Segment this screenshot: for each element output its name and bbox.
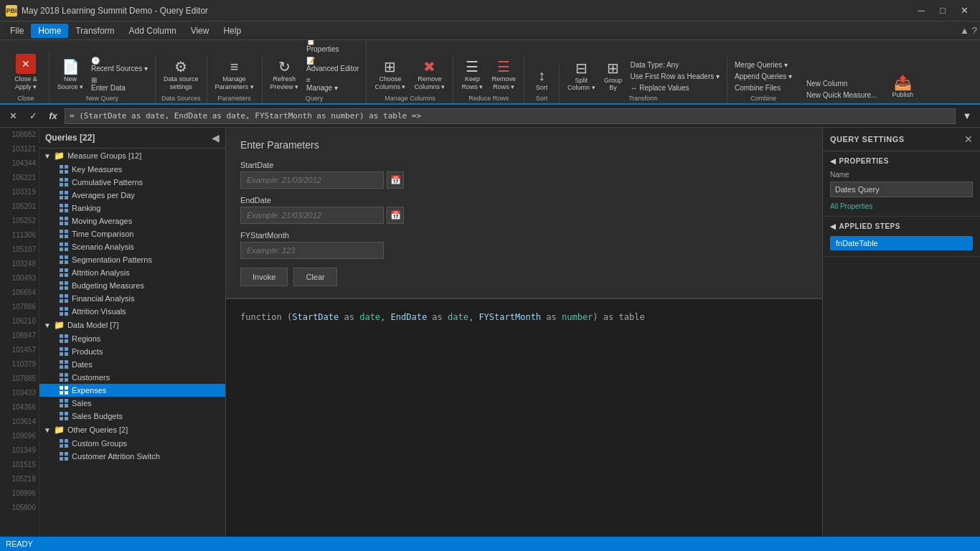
sidebar-item-dates[interactable]: Dates (39, 358, 225, 371)
query-settings-panel: QUERY SETTINGS ✕ ◀ PROPERTIES Name All P… (822, 128, 980, 537)
formula-input[interactable] (65, 108, 956, 124)
append-queries-button[interactable]: Append Queries ▾ (732, 71, 795, 82)
tree-group-other-queries-header[interactable]: ▼ 📁 Other Queries [2] (39, 423, 225, 437)
split-column-button[interactable]: ⊟ SplitColumn ▾ (564, 57, 599, 93)
sidebar-item-cumulative-patterns[interactable]: Cumulative Patterns (39, 176, 225, 189)
new-quick-measure-label: New Quick Measure... (806, 91, 877, 99)
sidebar-item-attrition-visuals[interactable]: Attrition Visuals (39, 305, 225, 318)
tree-group-data-model-header[interactable]: ▼ 📁 Data Model [7] (39, 318, 225, 332)
replace-values-button[interactable]: ↔ Replace Values (628, 83, 722, 93)
manage-parameters-label: ManageParameters ▾ (215, 75, 254, 91)
menu-view[interactable]: View (184, 24, 217, 38)
formula-fx-button[interactable]: fx (44, 108, 62, 124)
status-bar: READY (0, 537, 980, 551)
sidebar-item-customer-attrition-switch[interactable]: Customer Attrition Switch (39, 450, 225, 463)
sidebar-item-regions[interactable]: Regions (39, 332, 225, 345)
fy-start-month-input[interactable] (240, 242, 384, 259)
sidebar-item-custom-groups[interactable]: Custom Groups (39, 437, 225, 450)
menu-help[interactable]: Help (216, 24, 248, 38)
new-column-label: New Column (806, 80, 847, 88)
new-quick-measure-button[interactable]: New Quick Measure... (804, 90, 880, 100)
formula-cancel-button[interactable]: ✕ (4, 108, 22, 124)
sidebar-item-sales-budgets[interactable]: Sales Budgets (39, 410, 225, 423)
attrition-analysis-grid-icon (60, 268, 68, 277)
applied-step-fn-date-table[interactable]: fnDateTable (830, 236, 973, 250)
end-date-input[interactable] (240, 207, 384, 224)
remove-rows-button[interactable]: ☰ RemoveRows ▾ (488, 56, 519, 93)
tree-group-measure-groups-header[interactable]: ▼ 📁 Measure Groups [12] (39, 149, 225, 163)
sidebar-item-key-measures[interactable]: Key Measures (39, 163, 225, 176)
use-first-row-button[interactable]: Use First Row as Headers ▾ (628, 71, 722, 82)
param-panel: Enter Parameters StartDate 📅 EndDate 📅 F… (226, 128, 822, 298)
sidebar-item-ranking[interactable]: Ranking (39, 202, 225, 215)
data-source-settings-button[interactable]: ⚙ Data sourcesettings (160, 56, 202, 93)
recent-sources-icon: 🕐 (91, 57, 100, 65)
sidebar-item-attrition-analysis[interactable]: Attrition Analysis (39, 266, 225, 279)
group-by-icon: ⊞ (605, 60, 622, 77)
menu-home[interactable]: Home (31, 24, 68, 38)
param-field-fy-start-month: FYStartMonth (240, 231, 808, 259)
sidebar-item-moving-averages[interactable]: Moving Averages (39, 215, 225, 227)
data-source-settings-icon: ⚙ (172, 58, 189, 75)
end-date-calendar-button[interactable]: 📅 (387, 207, 404, 224)
all-properties-link[interactable]: All Properties (830, 202, 872, 210)
remove-columns-button[interactable]: ✖ RemoveColumns ▾ (410, 56, 448, 93)
enter-data-button[interactable]: ⊞ Enter Data (88, 75, 151, 93)
segmentation-patterns-grid-icon (60, 255, 68, 264)
minimize-button[interactable]: ─ (911, 3, 931, 19)
data-type-button[interactable]: Data Type: Any (628, 60, 722, 70)
new-source-button[interactable]: 📄 NewSource ▾ (54, 56, 87, 93)
refresh-preview-button[interactable]: ↻ RefreshPreview ▾ (267, 56, 303, 93)
menu-file[interactable]: File (3, 24, 31, 38)
close-button[interactable]: ✕ (954, 3, 974, 19)
sidebar-item-time-comparison[interactable]: Time Comparison (39, 227, 225, 240)
group-by-button[interactable]: ⊞ GroupBy (600, 57, 626, 93)
sidebar-item-products[interactable]: Products (39, 345, 225, 358)
manage-button[interactable]: ≡ Manage ▾ (303, 75, 362, 93)
other-queries-chevron-icon: ▼ (44, 426, 51, 434)
ribbon-collapse-btn[interactable]: ▲ (960, 25, 969, 36)
maximize-button[interactable]: □ (933, 3, 953, 19)
manage-label: Manage ▾ (306, 84, 338, 92)
merge-queries-button[interactable]: Merge Queries ▾ (732, 60, 795, 70)
param-field-start-date: StartDate 📅 (240, 161, 808, 189)
keep-rows-button[interactable]: ☰ KeepRows ▾ (458, 56, 486, 93)
sidebar-item-customers[interactable]: Customers (39, 371, 225, 384)
sales-grid-icon (60, 399, 68, 408)
properties-label: Properties (306, 45, 339, 53)
menu-transform[interactable]: Transform (68, 24, 121, 38)
attrition-visuals-grid-icon (60, 307, 68, 316)
sidebar-item-financial-analysis[interactable]: Financial Analysis (39, 292, 225, 305)
sort-button[interactable]: ↕ Sort (529, 65, 555, 93)
invoke-button[interactable]: Invoke (240, 268, 288, 286)
budgeting-measures-grid-icon (60, 281, 68, 290)
query-settings-close-button[interactable]: ✕ (964, 133, 973, 145)
sidebar-item-scenario-analysis[interactable]: Scenario Analysis (39, 240, 225, 253)
sidebar-item-expenses[interactable]: Expenses (39, 384, 225, 397)
manage-parameters-button[interactable]: ≡ ManageParameters ▾ (212, 56, 258, 93)
sidebar-item-sales[interactable]: Sales (39, 397, 225, 410)
sidebar-item-segmentation-patterns[interactable]: Segmentation Patterns (39, 253, 225, 266)
clear-button[interactable]: Clear (293, 268, 336, 286)
properties-button[interactable]: 📋 Properties (303, 40, 362, 55)
combine-files-button[interactable]: Combine Files (732, 83, 795, 93)
close-apply-button[interactable]: ✕ Close &Apply ▾ (7, 52, 44, 93)
choose-columns-button[interactable]: ⊞ ChooseColumns ▾ (371, 56, 409, 93)
sidebar-item-budgeting-measures[interactable]: Budgeting Measures (39, 279, 225, 292)
new-column-button[interactable]: New Column (804, 78, 880, 89)
query-name-input[interactable] (830, 182, 973, 197)
sidebar-item-averages-per-day[interactable]: Averages per Day (39, 189, 225, 202)
formula-confirm-button[interactable]: ✓ (24, 108, 42, 124)
sidebar-title: Queries [22] (45, 133, 95, 143)
advanced-editor-button[interactable]: 📝 Advanced Editor (303, 55, 362, 74)
formula-expand-button[interactable]: ▼ (958, 108, 976, 124)
regions-label: Regions (72, 334, 100, 343)
choose-columns-label: ChooseColumns ▾ (374, 75, 405, 91)
start-date-input[interactable] (240, 171, 384, 189)
sidebar-collapse-button[interactable]: ◀ (212, 132, 220, 143)
help-icon[interactable]: ? (972, 25, 977, 36)
start-date-calendar-button[interactable]: 📅 (387, 171, 404, 189)
publish-button[interactable]: 📤 Publish (888, 72, 917, 100)
menu-add-column[interactable]: Add Column (122, 24, 184, 38)
recent-sources-button[interactable]: 🕐 Recent Sources ▾ (88, 55, 151, 74)
